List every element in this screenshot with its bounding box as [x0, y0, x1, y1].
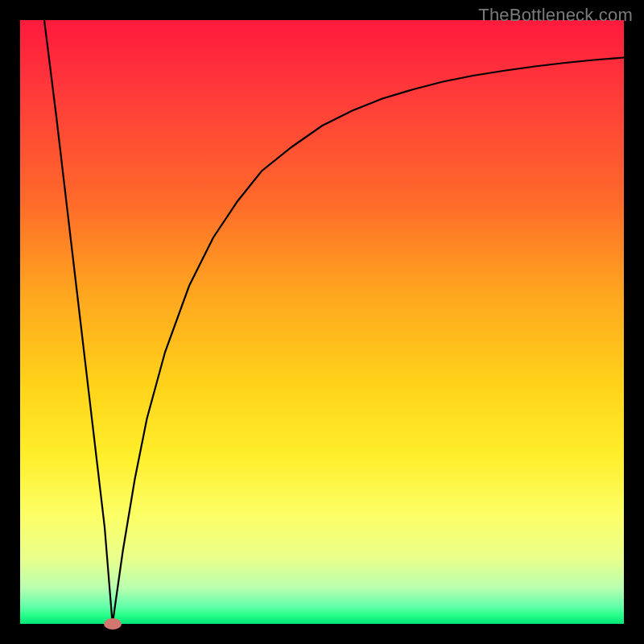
optimum-marker [104, 618, 122, 630]
chart-frame: TheBottleneck.com [0, 0, 644, 644]
watermark-text: TheBottleneck.com [478, 5, 633, 26]
bottleneck-curve [20, 20, 624, 624]
curve-path [44, 20, 624, 624]
chart-plot-area [20, 20, 624, 624]
